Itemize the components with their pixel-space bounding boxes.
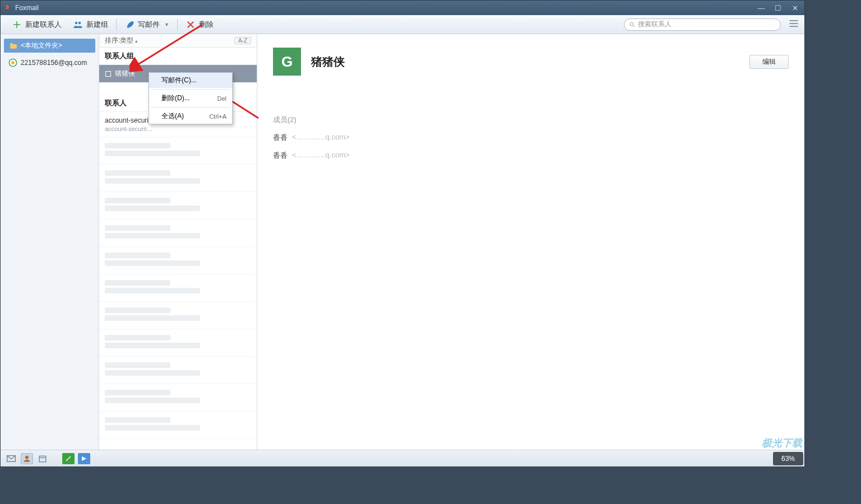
compose-label: 写邮件 xyxy=(138,20,160,30)
folder-icon xyxy=(10,43,17,49)
chevron-down-icon: ▼ xyxy=(164,22,169,27)
new-group-label: 新建组 xyxy=(86,20,108,30)
ctx-separator xyxy=(151,107,230,108)
ctx-delete-shortcut: Del xyxy=(217,95,226,102)
delete-button[interactable]: 删除 xyxy=(180,18,219,31)
groups-header: 联系人组 xyxy=(99,48,257,65)
ctx-separator xyxy=(151,89,230,90)
toolbar: 新建联系人 新建组 写邮件 ▼ 删除 搜索联系人 xyxy=(1,15,804,34)
new-contact-label: 新建联系人 xyxy=(25,20,62,30)
new-contact-button[interactable]: 新建联系人 xyxy=(6,18,67,31)
contact-subtext: account-securit… xyxy=(105,125,251,132)
contact-item-blurred[interactable] xyxy=(99,384,257,412)
ctx-delete-label: 删除(D)... xyxy=(161,94,190,103)
contact-item-blurred[interactable] xyxy=(99,302,257,329)
sort-header[interactable]: 排序:类型 ▴ A-Z xyxy=(99,34,257,48)
contact-item-blurred[interactable] xyxy=(99,220,257,247)
search-icon xyxy=(629,21,636,28)
ctx-delete[interactable]: 删除(D)... Del xyxy=(149,91,232,106)
sb-rss-icon[interactable] xyxy=(78,453,90,464)
svg-point-0 xyxy=(630,22,633,26)
context-menu: 写邮件(C)... 删除(D)... Del 全选(A) Ctrl+A xyxy=(149,72,233,124)
sb-calendar-icon[interactable] xyxy=(36,453,49,464)
watermark: 极光下载 xyxy=(762,436,802,450)
app-title: Foxmail xyxy=(15,4,39,12)
svg-point-7 xyxy=(25,455,29,459)
svg-rect-3 xyxy=(106,71,111,76)
statusbar xyxy=(1,450,804,466)
contact-item-blurred[interactable] xyxy=(99,247,257,274)
search-area: 搜索联系人 xyxy=(624,18,799,31)
search-placeholder: 搜索联系人 xyxy=(638,20,672,29)
local-folder-label: <本地文件夹> xyxy=(21,41,62,50)
window-controls: — ☐ ✕ xyxy=(755,3,801,12)
sidebar-local-folder[interactable]: <本地文件夹> xyxy=(4,39,95,53)
titlebar: Foxmail — ☐ ✕ xyxy=(1,1,804,15)
body: <本地文件夹> 2215788156@qq.com 排序:类型 ▴ A-Z 联系… xyxy=(1,34,804,450)
qq-icon xyxy=(8,58,17,67)
feather-icon xyxy=(124,20,135,30)
search-input[interactable]: 搜索联系人 xyxy=(624,18,781,31)
contact-item-blurred[interactable] xyxy=(99,412,257,439)
account-label: 2215788156@qq.com xyxy=(21,59,87,67)
maximize-button[interactable]: ☐ xyxy=(772,3,784,12)
group-icon xyxy=(73,20,83,30)
ctx-compose[interactable]: 写邮件(C)... xyxy=(149,73,232,88)
contact-item-blurred[interactable] xyxy=(99,192,257,220)
member-email: <…………q.com> xyxy=(292,151,350,161)
member-row[interactable]: 香香 <…………q.com> xyxy=(273,151,789,161)
detail-name: 猪猪侠 xyxy=(311,54,345,69)
close-button[interactable]: ✕ xyxy=(789,3,801,12)
member-row[interactable]: 香香 <…………q.com> xyxy=(273,133,789,143)
ctx-compose-label: 写邮件(C)... xyxy=(161,76,197,85)
sb-note-icon[interactable] xyxy=(62,453,75,464)
sb-mail-icon[interactable] xyxy=(5,453,17,464)
sidebar: <本地文件夹> 2215788156@qq.com xyxy=(1,34,99,450)
contact-item-blurred[interactable] xyxy=(99,165,257,192)
minimize-button[interactable]: — xyxy=(755,3,767,12)
ctx-selectall-shortcut: Ctrl+A xyxy=(209,113,226,120)
delete-icon xyxy=(186,20,196,30)
group-tile-icon xyxy=(105,71,112,77)
menu-button[interactable] xyxy=(789,20,799,29)
group-name: 猪猪侠 xyxy=(115,69,135,78)
compose-button[interactable]: 写邮件 ▼ xyxy=(119,18,175,31)
zoom-indicator: 63% xyxy=(773,452,803,465)
contact-item-blurred[interactable] xyxy=(99,357,257,384)
edit-button[interactable]: 编辑 xyxy=(749,55,789,69)
plus-icon xyxy=(12,20,22,30)
list-icon xyxy=(789,20,799,27)
contact-item-blurred[interactable] xyxy=(99,137,257,165)
avatar: G xyxy=(273,48,301,76)
sb-contacts-icon[interactable] xyxy=(21,453,33,464)
ctx-selectall-label: 全选(A) xyxy=(161,111,184,121)
svg-rect-8 xyxy=(39,456,46,462)
member-email: <…………q.com> xyxy=(292,133,350,143)
delete-label: 删除 xyxy=(199,20,214,30)
detail-pane: G 猪猪侠 编辑 成员(2) 香香 <…………q.com> 香香 <…………q.… xyxy=(257,34,804,450)
toolbar-separator xyxy=(116,19,117,30)
member-name: 香香 xyxy=(273,151,288,161)
sidebar-account[interactable]: 2215788156@qq.com xyxy=(1,56,99,69)
contact-item-blurred[interactable] xyxy=(99,274,257,302)
app-logo-icon xyxy=(4,4,12,12)
sort-label: 排序:类型 xyxy=(105,36,133,45)
members-label: 成员(2) xyxy=(273,115,789,125)
chevron-up-icon: ▴ xyxy=(135,38,138,44)
svg-point-2 xyxy=(11,61,14,64)
member-name: 香香 xyxy=(273,133,288,143)
detail-header: G 猪猪侠 编辑 xyxy=(273,48,789,76)
contact-item-blurred[interactable] xyxy=(99,329,257,357)
toolbar-separator xyxy=(177,19,178,30)
app-window: Foxmail — ☐ ✕ 新建联系人 新建组 写邮件 ▼ 删除 xyxy=(0,0,805,467)
ctx-select-all[interactable]: 全选(A) Ctrl+A xyxy=(149,109,232,124)
az-toggle[interactable]: A-Z xyxy=(234,37,251,44)
new-group-button[interactable]: 新建组 xyxy=(67,18,114,31)
